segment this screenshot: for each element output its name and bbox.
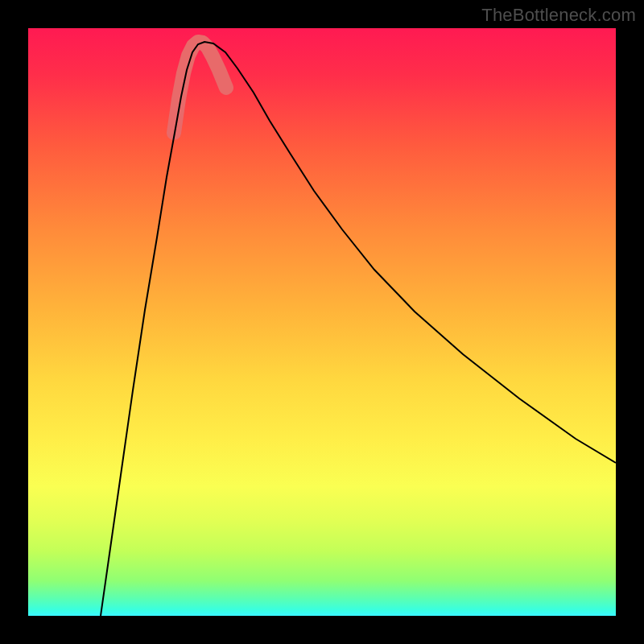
valley-highlight-path [174, 42, 226, 133]
chart-frame: TheBottleneck.com [0, 0, 644, 644]
plot-area [28, 28, 616, 616]
chart-svg [28, 28, 616, 616]
watermark-text: TheBottleneck.com [481, 5, 636, 26]
